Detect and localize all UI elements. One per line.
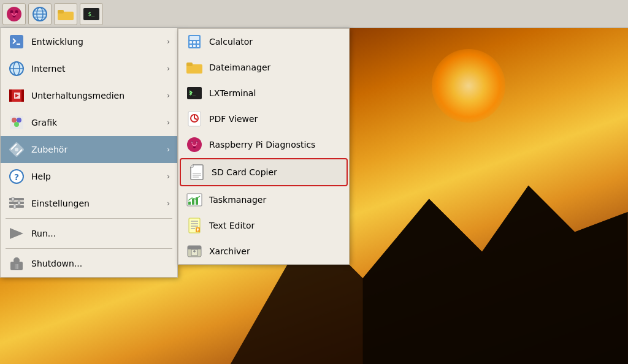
svg-rect-51 (197, 45, 199, 47)
svg-point-2 (7, 7, 21, 21)
menu-item-internet[interactable]: Internet › (1, 55, 177, 82)
zubehor-icon (8, 141, 25, 158)
svg-point-60 (187, 137, 202, 152)
submenu-item-rpi-diagnostics[interactable]: Raspberry Pi Diagnostics (178, 132, 349, 157)
svg-marker-1 (363, 185, 628, 364)
svg-point-26 (14, 122, 19, 127)
svg-rect-34 (9, 202, 24, 204)
svg-point-3 (10, 10, 13, 13)
globe-icon (31, 6, 48, 23)
svg-rect-36 (12, 197, 14, 201)
menu-item-unterhaltungsmedien[interactable]: Unterhaltungsmedien › (1, 82, 177, 109)
menu-divider-1 (6, 218, 172, 219)
svg-point-4 (15, 10, 18, 13)
svg-rect-47 (193, 41, 196, 44)
dateimanager-icon (186, 59, 203, 76)
svg-rect-19 (9, 89, 12, 102)
svg-rect-73 (188, 202, 191, 205)
submenu-item-taskmanager[interactable]: Taskmanager (178, 187, 349, 213)
svg-point-25 (17, 118, 21, 123)
help-icon: ? (8, 168, 25, 185)
svg-rect-20 (21, 89, 24, 102)
taskbar: $_ (0, 0, 628, 28)
xarchiver-icon (186, 243, 203, 260)
svg-text:?: ? (14, 172, 19, 182)
svg-rect-43 (15, 264, 17, 269)
terminal-button[interactable]: $_ (80, 3, 103, 25)
raspberry-pi-icon (6, 6, 23, 23)
file-manager-button[interactable] (54, 3, 77, 25)
svg-rect-74 (192, 199, 194, 205)
svg-rect-12 (58, 10, 64, 13)
menu-item-einstellungen[interactable]: Einstellungen › (1, 190, 177, 217)
menu-item-run[interactable]: Run... (1, 220, 177, 247)
submenu-item-calculator[interactable]: Calculator (178, 29, 349, 55)
menu-item-grafik[interactable]: Grafik › (1, 109, 177, 136)
main-menu: Entwicklung › Internet › Unterhaltungsme… (0, 28, 178, 278)
svg-rect-38 (13, 205, 16, 208)
svg-point-30 (15, 148, 18, 151)
zubehor-submenu: Calculator Dateimanager $_ LXTerminal (178, 28, 350, 265)
raspberry-pi-menu-button[interactable] (2, 3, 26, 25)
internet-icon (8, 60, 25, 77)
svg-point-65 (196, 142, 197, 143)
sun-glow (432, 49, 505, 123)
svg-marker-39 (10, 228, 23, 239)
svg-point-24 (12, 118, 17, 123)
entwicklung-icon (8, 33, 25, 50)
web-browser-button[interactable] (28, 3, 52, 25)
svg-rect-50 (193, 45, 196, 47)
svg-rect-37 (18, 201, 20, 205)
svg-rect-13 (10, 35, 23, 48)
svg-rect-48 (197, 41, 199, 44)
submenu-item-xarchiver[interactable]: Xarchiver (178, 238, 349, 264)
calculator-icon (186, 33, 203, 50)
menu-item-help[interactable]: ? Help › (1, 163, 177, 190)
svg-rect-49 (190, 45, 192, 47)
run-icon (8, 225, 25, 242)
folder-icon (57, 7, 74, 21)
svg-rect-46 (190, 41, 192, 44)
menu-divider-2 (6, 248, 172, 249)
submenu-item-pdf-viewer[interactable]: PDF Viewer (178, 106, 349, 132)
grafik-icon (8, 114, 25, 131)
pdf-viewer-icon (186, 110, 203, 127)
submenu-item-dateimanager[interactable]: Dateimanager (178, 55, 349, 80)
lxterminal-icon: $_ (186, 85, 203, 102)
taskmanager-icon (186, 191, 203, 208)
submenu-item-sd-card-copier[interactable]: SD Card Copier (180, 158, 348, 186)
menu-item-shutdown[interactable]: Shutdown... (1, 250, 177, 277)
unterhaltungsmedien-icon (8, 87, 25, 104)
svg-rect-45 (190, 36, 199, 40)
sd-card-icon (188, 164, 205, 181)
svg-point-64 (191, 142, 193, 143)
rpi-diagnostics-icon (186, 136, 203, 153)
menu-item-zubehor[interactable]: Zubehör › (1, 136, 177, 163)
submenu-item-lxterminal[interactable]: $_ LXTerminal (178, 80, 349, 106)
svg-point-41 (13, 257, 20, 264)
svg-rect-35 (9, 205, 24, 208)
shutdown-icon (8, 255, 25, 272)
terminal-icon: $_ (83, 8, 99, 20)
text-editor-icon (186, 217, 203, 234)
svg-marker-68 (190, 164, 193, 167)
svg-rect-53 (186, 63, 193, 66)
menu-item-entwicklung[interactable]: Entwicklung › (1, 28, 177, 55)
submenu-item-text-editor[interactable]: Text Editor (178, 213, 349, 238)
einstellungen-icon (8, 195, 25, 212)
